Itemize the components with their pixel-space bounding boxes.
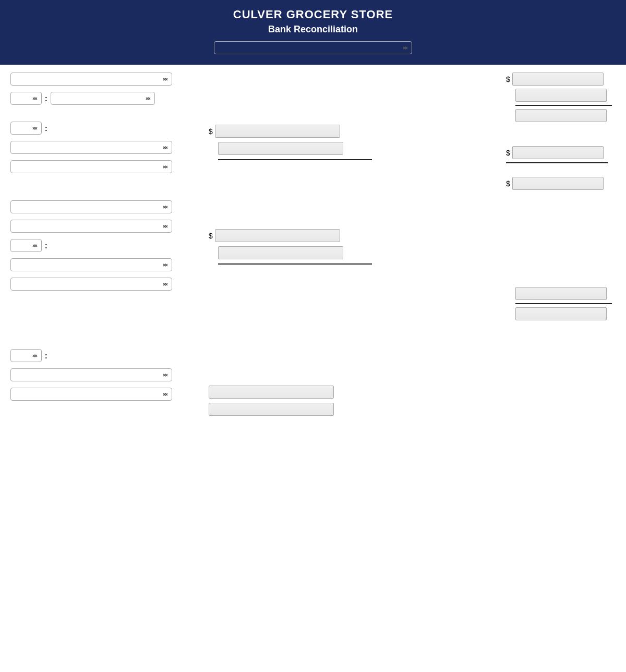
- left-column: : :: [10, 73, 198, 422]
- row11-narrow-select[interactable]: [10, 349, 42, 362]
- row10-select[interactable]: [10, 278, 172, 291]
- right-currency-symbol-2: $: [506, 149, 510, 157]
- spacer4: [10, 297, 188, 307]
- center-divider-wrapper1: [218, 159, 490, 160]
- right-currency-symbol-1: $: [506, 75, 510, 83]
- row10-group: [10, 278, 188, 291]
- right-divider3: [515, 303, 612, 304]
- row8-inline: :: [10, 239, 188, 252]
- right-section2: $: [506, 146, 616, 163]
- spacer3: [10, 190, 188, 200]
- right-divider2: [506, 162, 608, 163]
- right-input6[interactable]: [515, 287, 607, 300]
- right-input5[interactable]: [512, 177, 604, 190]
- row4-group: [10, 141, 188, 154]
- page-title: Bank Reconciliation: [10, 24, 616, 35]
- row2-wide-select[interactable]: [51, 92, 155, 105]
- row6-group: [10, 200, 188, 213]
- row13-group: [10, 388, 188, 401]
- right-spacer3: [506, 193, 616, 287]
- center-plain-row4: [209, 403, 490, 416]
- row2-inline: :: [10, 92, 188, 105]
- center-divider2: [218, 263, 372, 265]
- center-plain-row3: [209, 386, 490, 399]
- right-plain-row1: [506, 89, 616, 102]
- spacer8: [10, 339, 188, 349]
- spacer7: [10, 328, 188, 339]
- right-currency-symbol-3: $: [506, 179, 510, 188]
- right-section4: [506, 287, 616, 320]
- center-input5[interactable]: [209, 386, 334, 399]
- right-currency-row2: $: [506, 146, 616, 159]
- row7-group: [10, 220, 188, 233]
- row11-inline: :: [10, 349, 188, 362]
- spacer1: [10, 111, 188, 122]
- center-input3[interactable]: [215, 229, 340, 242]
- row8-narrow-select[interactable]: [10, 239, 42, 252]
- row3-group: :: [10, 122, 188, 135]
- right-plain-row4: [506, 307, 616, 320]
- right-input1[interactable]: [512, 73, 604, 86]
- currency-spacer2: [209, 248, 216, 258]
- right-input2[interactable]: [515, 89, 607, 102]
- company-name: CULVER GROCERY STORE: [10, 8, 616, 21]
- row2-group: :: [10, 92, 188, 105]
- period-select[interactable]: [214, 41, 412, 54]
- center-divider1: [218, 159, 372, 160]
- right-currency-row3: $: [506, 177, 616, 190]
- row2-narrow-select[interactable]: [10, 92, 42, 105]
- row11-group: :: [10, 349, 188, 362]
- right-divider1: [515, 105, 612, 106]
- row1-group: [10, 73, 188, 86]
- right-plain-row3: [506, 287, 616, 300]
- center-plain-row2: [209, 246, 490, 259]
- colon-label-4: :: [45, 352, 47, 360]
- center-divider-wrapper2: [218, 263, 490, 265]
- row13-select[interactable]: [10, 388, 172, 401]
- right-divider-wrapper3: [515, 303, 616, 304]
- right-column: $ $: [501, 73, 616, 422]
- center-spacer3: [209, 271, 490, 386]
- right-input4[interactable]: [512, 146, 604, 159]
- row6-select[interactable]: [10, 200, 172, 213]
- row12-group: [10, 368, 188, 381]
- colon-label-2: :: [45, 124, 47, 133]
- right-spacer1: [506, 125, 616, 146]
- center-plain-row1: [209, 142, 490, 155]
- center-spacer2: [209, 166, 490, 229]
- right-input3[interactable]: [515, 109, 607, 122]
- row4-select[interactable]: [10, 141, 172, 154]
- right-section3: $: [506, 177, 616, 190]
- row5-group: [10, 160, 188, 173]
- center-currency-row2: $: [209, 229, 490, 242]
- row3-narrow-select[interactable]: [10, 122, 42, 135]
- center-input6[interactable]: [209, 403, 334, 416]
- row5-select[interactable]: [10, 160, 172, 173]
- right-plain-row2: [506, 109, 616, 122]
- row1-select[interactable]: [10, 73, 172, 86]
- center-column: $ $: [198, 73, 501, 422]
- main-content: : :: [0, 65, 626, 430]
- right-divider-wrapper2: [506, 162, 616, 163]
- right-spacer2: [506, 166, 616, 177]
- currency-spacer1: [209, 144, 216, 153]
- currency-symbol-2: $: [209, 232, 213, 240]
- right-section1: $: [506, 73, 616, 122]
- period-select-wrapper: [10, 41, 616, 54]
- right-input7[interactable]: [515, 307, 607, 320]
- center-input2[interactable]: [218, 142, 343, 155]
- center-spacer1: [209, 73, 490, 125]
- center-input1[interactable]: [215, 125, 340, 138]
- center-section3: [209, 386, 490, 416]
- row12-select[interactable]: [10, 368, 172, 381]
- colon-label-1: :: [45, 94, 47, 103]
- page-header: CULVER GROCERY STORE Bank Reconciliation: [0, 0, 626, 65]
- currency-symbol-1: $: [209, 127, 213, 136]
- center-input4[interactable]: [218, 246, 343, 259]
- center-section2: $: [209, 229, 490, 265]
- row7-select[interactable]: [10, 220, 172, 233]
- spacer6: [10, 318, 188, 328]
- row9-group: [10, 258, 188, 271]
- row3-inline: :: [10, 122, 188, 135]
- row9-select[interactable]: [10, 258, 172, 271]
